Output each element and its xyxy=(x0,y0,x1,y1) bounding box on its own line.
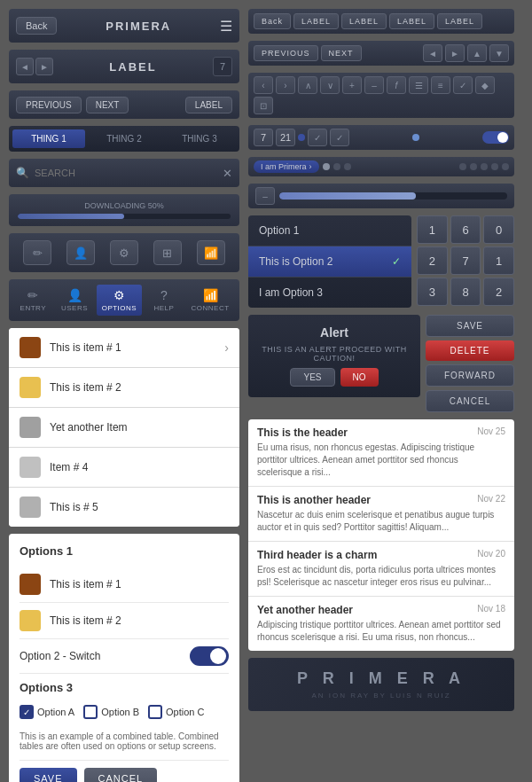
nav-help[interactable]: ? HELP xyxy=(145,285,184,316)
ctrl-chevron-right[interactable]: › xyxy=(276,76,295,94)
email-subject-1: This is the header xyxy=(257,426,348,439)
right-back-button[interactable]: Back xyxy=(254,13,291,29)
ctrl-chevron-left[interactable]: ‹ xyxy=(254,76,273,94)
num-cell-3-1[interactable]: 3 xyxy=(417,278,448,306)
mini-toggle-switch[interactable] xyxy=(482,131,509,144)
next-button-right[interactable]: NEXT xyxy=(321,45,362,61)
radio-option1[interactable]: Option 1 xyxy=(248,215,411,246)
num-cell-3-2[interactable]: 8 xyxy=(450,278,481,306)
radio-option2[interactable]: This is Option 2 ✓ xyxy=(248,246,411,278)
radio-option1-text: Option 1 xyxy=(259,224,401,237)
grid-icon-button[interactable]: ⊞ xyxy=(153,240,182,265)
email-item-4[interactable]: Yet another header Nov 18 Adipiscing tri… xyxy=(248,597,514,651)
left-arrow-button[interactable]: ◄ xyxy=(16,58,34,75)
nav-connect[interactable]: 📶 CONNECT xyxy=(186,285,235,316)
progress-label: DOWNLOADING 50% xyxy=(18,201,231,210)
ctrl-chevron-up[interactable]: ∧ xyxy=(298,76,317,94)
checkbox-option-a[interactable]: Option A xyxy=(20,705,74,719)
email-item-3[interactable]: Third header is a charm Nov 20 Eros est … xyxy=(248,542,514,597)
toggle-switch[interactable] xyxy=(190,646,229,666)
right-label-btn-3[interactable]: LABEL xyxy=(437,13,482,29)
action-cancel-button[interactable]: CANCEL xyxy=(426,390,514,412)
pill-text: I am Primera xyxy=(261,162,307,171)
options-icon: ⚙ xyxy=(113,288,125,302)
num-cell-2-1[interactable]: 2 xyxy=(417,246,448,275)
num-cell-3-3[interactable]: 2 xyxy=(483,278,514,306)
num-cell-1-2[interactable]: 6 xyxy=(450,215,481,244)
wifi-icon-button[interactable]: 📶 xyxy=(197,240,225,265)
tab-thing3[interactable]: THING 3 xyxy=(163,129,236,148)
help-icon: ? xyxy=(160,288,168,302)
settings-icon-button[interactable]: ⚙ xyxy=(110,240,138,265)
ctrl-plus[interactable]: + xyxy=(342,76,362,94)
email-item-2[interactable]: This is another header Nov 22 Nascetur a… xyxy=(248,487,514,542)
prev-next-bar: PREVIOUS NEXT LABEL xyxy=(9,90,239,119)
back-button[interactable]: Back xyxy=(16,17,57,35)
down-nav-arrow[interactable]: ▼ xyxy=(489,44,509,62)
num-21-button[interactable]: 21 xyxy=(276,129,295,146)
tab-thing1[interactable]: THING 1 xyxy=(12,129,85,148)
checkbox-option-b[interactable]: Option B xyxy=(83,705,139,719)
radio-option3[interactable]: I am Option 3 xyxy=(248,278,411,308)
menu-icon[interactable]: ☰ xyxy=(220,18,232,35)
num-cell-1-3[interactable]: 0 xyxy=(483,215,514,244)
tab-thing2[interactable]: THING 2 xyxy=(88,129,160,148)
pill-label[interactable]: I am Primera › xyxy=(254,160,319,173)
edit-icon-button[interactable]: ✏ xyxy=(23,240,51,265)
ctrl-diamond[interactable]: ◆ xyxy=(475,76,495,94)
prev-button-right[interactable]: PREVIOUS xyxy=(254,45,318,61)
ctrl-check[interactable]: ✓ xyxy=(453,76,473,94)
num-cell-2-3[interactable]: 1 xyxy=(483,246,514,275)
right-label-btn-2[interactable]: LABEL xyxy=(389,13,434,29)
slider-track[interactable] xyxy=(279,192,507,199)
ctrl-list[interactable]: ≡ xyxy=(431,76,450,94)
left-nav-arrow[interactable]: ◄ xyxy=(423,44,442,62)
list-item[interactable]: This is # 5 xyxy=(9,488,239,527)
ctrl-grid[interactable]: ⊡ xyxy=(254,97,273,114)
right-nav-arrow[interactable]: ► xyxy=(445,44,465,62)
checkbox-option-c[interactable]: Option C xyxy=(148,705,204,719)
alert-no-button[interactable]: NO xyxy=(340,368,379,387)
nav-entry[interactable]: ✏ ENTRY xyxy=(13,285,52,316)
ctrl-func[interactable]: f xyxy=(387,76,406,94)
search-input[interactable] xyxy=(35,168,217,178)
slider-left-btn[interactable]: – xyxy=(255,187,275,205)
label-button[interactable]: LABEL xyxy=(185,97,232,113)
options-list-item[interactable]: This is item # 2 xyxy=(20,603,229,639)
ctrl-check2[interactable]: ✓ xyxy=(308,129,327,146)
previous-button[interactable]: PREVIOUS xyxy=(16,97,82,113)
email-item-1[interactable]: This is the header Nov 25 Eu uma risus, … xyxy=(248,419,514,487)
cancel-button[interactable]: CANCEL xyxy=(84,768,158,782)
list-item[interactable]: Yet another Item xyxy=(9,408,239,448)
dot-icon-2 xyxy=(470,163,477,170)
nav-users[interactable]: 👤 USERS xyxy=(55,285,94,316)
ctrl-hamburger[interactable]: ☰ xyxy=(409,76,428,94)
options-list-item[interactable]: This is item # 1 xyxy=(20,567,229,603)
save-button[interactable]: SAVE xyxy=(20,768,77,782)
list-item[interactable]: This is item # 1 › xyxy=(9,328,239,368)
action-save-button[interactable]: SAVE xyxy=(426,315,514,337)
nav-bar: Back PRIMERA ☰ xyxy=(9,9,239,43)
list-item-4[interactable]: Item # 4 xyxy=(9,448,239,488)
right-label-btn-1[interactable]: LABEL xyxy=(341,13,387,29)
ctrl-check3[interactable]: ✓ xyxy=(330,129,349,146)
num-7-button[interactable]: 7 xyxy=(254,129,273,146)
right-label-btn-0[interactable]: LABEL xyxy=(293,13,339,29)
user-icon-button[interactable]: 👤 xyxy=(66,240,95,265)
clear-search-icon[interactable]: ✕ xyxy=(223,167,232,180)
action-delete-button[interactable]: DELETE xyxy=(426,340,514,361)
num-cell-2-2[interactable]: 7 xyxy=(450,246,481,275)
ctrl-chevron-down[interactable]: ∨ xyxy=(320,76,340,94)
ctrl-minus[interactable]: – xyxy=(364,76,384,94)
action-forward-button[interactable]: FORWARD xyxy=(426,364,514,387)
switch-row: Option 2 - Switch xyxy=(20,639,229,674)
alert-yes-button[interactable]: YES xyxy=(290,368,334,387)
right-arrow-button[interactable]: ► xyxy=(35,58,53,75)
nav-options[interactable]: ⚙ OPTIONS xyxy=(97,285,143,316)
up-nav-arrow[interactable]: ▲ xyxy=(467,44,487,62)
next-button[interactable]: NEXT xyxy=(86,97,129,113)
list-item[interactable]: This is item # 2 xyxy=(9,368,239,408)
radio-option2-text: This is Option 2 xyxy=(259,255,392,268)
num-cell-1-1[interactable]: 1 xyxy=(417,215,448,244)
list-item-text: This is item # 2 xyxy=(50,381,229,394)
